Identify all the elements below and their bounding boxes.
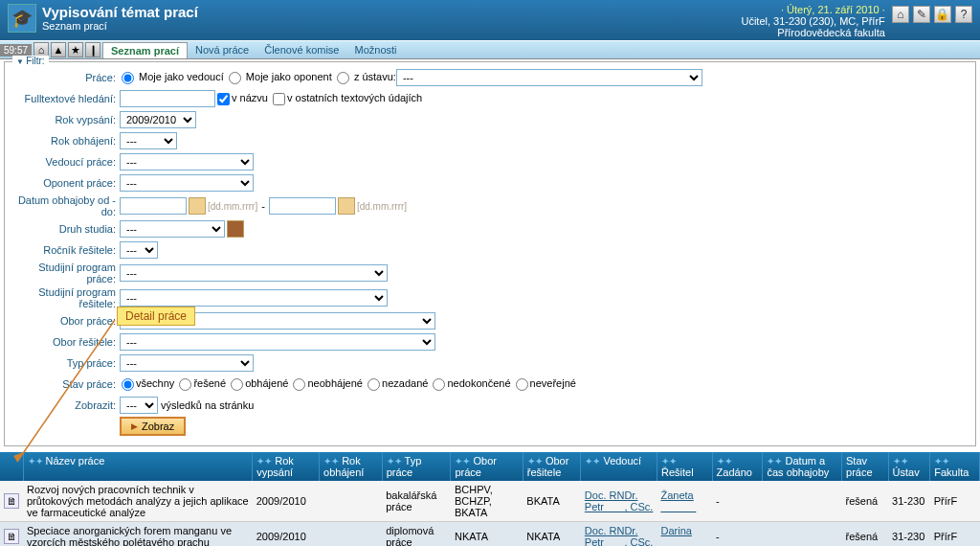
current-date: · Úterý, 21. září 2010 · bbox=[741, 4, 884, 15]
cell-obor-resitele: NKATA bbox=[523, 522, 581, 547]
calendar-do-icon[interactable] bbox=[338, 197, 355, 215]
cell-datum bbox=[763, 522, 842, 547]
radio-moje-vedouci[interactable]: Moje jako vedoucí bbox=[120, 71, 224, 84]
label-druh-studia: Druh studia: bbox=[11, 223, 120, 235]
select-obor-resitele[interactable]: --- bbox=[120, 333, 435, 351]
zobrazit-suffix: výsledků na stránku bbox=[161, 399, 254, 411]
label-obor-prace: Obor práce: bbox=[11, 315, 120, 327]
cell-rok-vypsani: 2009/2010 bbox=[253, 481, 320, 522]
cell-nazev: Speciace anorganických forem manganu ve … bbox=[23, 522, 253, 547]
druh-studia-extra-icon[interactable] bbox=[227, 220, 244, 238]
app-header: 🎓 Vypisování témat prací Seznam prací · … bbox=[0, 0, 980, 40]
label-st-program-prace: Studijní program práce: bbox=[11, 262, 120, 284]
tab-clenove-komise[interactable]: Členové komise bbox=[256, 42, 346, 57]
input-fulltext[interactable] bbox=[120, 90, 215, 107]
select-typ-prace[interactable]: --- bbox=[120, 354, 254, 372]
col-obor-resitele: ✦✦ Obor řešitele bbox=[523, 452, 581, 481]
radio-z-ustavu[interactable]: z ústavu: bbox=[335, 71, 396, 84]
tab-moznosti[interactable]: Možnosti bbox=[346, 42, 404, 57]
select-zobrazit[interactable]: --- bbox=[120, 397, 158, 414]
col-stav: Stav práce bbox=[842, 452, 889, 481]
col-rok-obhajeni: ✦✦ Rok obhájení bbox=[320, 452, 383, 481]
tab-nova-prace[interactable]: Nová práce bbox=[188, 42, 256, 57]
select-oponent[interactable]: --- bbox=[120, 174, 254, 192]
col-ustav: ✦✦ Ústav bbox=[888, 452, 930, 481]
cell-fakulta: PřírF bbox=[930, 522, 980, 547]
col-obor-prace: ✦✦ Obor práce bbox=[451, 452, 523, 481]
tools-icon[interactable]: ✎ bbox=[913, 6, 930, 23]
radio-resene[interactable]: řešené bbox=[177, 377, 226, 391]
detail-icon[interactable]: 🗎 bbox=[4, 529, 19, 544]
radio-nezadane[interactable]: nezadané bbox=[366, 377, 428, 391]
hint-do: [dd.mm.rrrr] bbox=[357, 201, 407, 212]
label-fulltext: Fulltextové hledání: bbox=[11, 93, 120, 104]
cell-typ: bakalářská práce bbox=[382, 481, 451, 522]
label-obor-resitele: Obor řešitele: bbox=[11, 336, 120, 348]
cell-nazev: Rozvoj nových pracovních technik v průto… bbox=[23, 481, 253, 522]
radio-neverejne[interactable]: neveřejné bbox=[514, 377, 576, 391]
label-datum-obhajoby: Datum obhajoby od - do: bbox=[11, 194, 120, 217]
select-rok-vypsani[interactable]: 2009/2010 bbox=[120, 111, 196, 128]
calendar-od-icon[interactable] bbox=[189, 197, 206, 215]
label-vedouci: Vedoucí práce: bbox=[11, 156, 120, 168]
main-toolbar: 59:57 ⌂ ▲ ★ ❙ Seznam prací Nová práce Čl… bbox=[0, 40, 980, 59]
select-rocnik[interactable]: --- bbox=[120, 241, 158, 259]
session-timer: 59:57 bbox=[0, 44, 32, 57]
label-rok-vypsani: Rok vypsání: bbox=[11, 114, 120, 125]
label-stav-prace: Stav práce: bbox=[11, 378, 120, 390]
select-rok-obhajeni[interactable]: --- bbox=[120, 132, 177, 149]
radio-obhajene[interactable]: obhájené bbox=[229, 377, 288, 391]
filter-legend[interactable]: Filtr: bbox=[12, 56, 49, 66]
tab-seznam-praci[interactable]: Seznam prací bbox=[102, 42, 188, 58]
radio-neobhajene[interactable]: neobhájené bbox=[291, 377, 363, 391]
radio-vsechny[interactable]: všechny bbox=[120, 377, 174, 391]
col-rok-vypsani: ✦✦ Rok vypsání bbox=[253, 452, 320, 481]
cell-zadano: - bbox=[712, 522, 763, 547]
results-table: ✦✦ Název práce ✦✦ Rok vypsání ✦✦ Rok obh… bbox=[0, 452, 980, 546]
cell-obor-resitele: BKATA bbox=[523, 481, 581, 522]
col-nazev: ✦✦ Název práce bbox=[23, 452, 253, 481]
select-st-program-prace[interactable]: --- bbox=[120, 264, 388, 282]
select-druh-studia[interactable]: --- bbox=[120, 220, 225, 238]
input-datum-od[interactable] bbox=[120, 197, 187, 215]
cell-rok-vypsani: 2009/2010 bbox=[253, 522, 320, 547]
cell-ustav: 31-230 bbox=[888, 522, 930, 547]
col-vedouci: ✦✦ Vedoucí bbox=[581, 452, 657, 481]
cell-resitel: Darina ______ bbox=[657, 522, 712, 547]
cell-resitel: Žaneta ______ bbox=[657, 481, 712, 522]
help-icon[interactable]: ? bbox=[955, 6, 972, 23]
user-info: Učitel, 31-230 (230), MC, PřírF bbox=[741, 15, 884, 27]
app-logo-icon: 🎓 bbox=[8, 4, 36, 33]
col-zadano: ✦✦ Zadáno bbox=[712, 452, 763, 481]
radio-moje-oponent[interactable]: Moje jako oponent bbox=[227, 71, 332, 84]
toolbar-up-icon[interactable]: ▲ bbox=[51, 42, 66, 57]
cell-stav: řešená bbox=[842, 522, 889, 547]
cell-typ: diplomová práce bbox=[382, 522, 451, 547]
select-ustav[interactable]: --- bbox=[396, 69, 702, 86]
cell-datum bbox=[763, 481, 842, 522]
detail-icon[interactable]: 🗎 bbox=[4, 493, 19, 509]
cell-vedouci: Doc. RNDr. Petr ___, CSc. bbox=[581, 522, 657, 547]
col-fakulta: ✦✦ Fakulta bbox=[930, 452, 980, 481]
page-subtitle: Seznam prací bbox=[42, 20, 741, 32]
home-icon[interactable]: ⌂ bbox=[892, 6, 909, 23]
cell-obor-prace: BCHPV, BCHZP, BKATA bbox=[451, 481, 523, 522]
label-st-program-resitele: Studijní program řešitele: bbox=[11, 286, 120, 309]
select-st-program-resitele[interactable]: --- bbox=[120, 289, 388, 307]
toolbar-bookmark-icon[interactable]: ❙ bbox=[85, 42, 100, 57]
hint-od: [dd.mm.rrrr] bbox=[208, 201, 257, 212]
label-prace: Práce: bbox=[11, 72, 120, 83]
toolbar-star-icon[interactable]: ★ bbox=[68, 42, 83, 57]
label-zobrazit: Zobrazit: bbox=[11, 399, 120, 411]
check-v-nazvu[interactable]: v názvu bbox=[215, 92, 268, 105]
faculty-name: Přírodovědecká fakulta bbox=[741, 27, 884, 38]
input-datum-do[interactable] bbox=[269, 197, 336, 215]
label-rok-obhajeni: Rok obhájení: bbox=[11, 135, 120, 147]
radio-nedokoncene[interactable]: nedokončené bbox=[431, 377, 510, 391]
lock-icon[interactable]: 🔒 bbox=[934, 6, 951, 23]
select-vedouci[interactable]: --- bbox=[120, 153, 254, 171]
zobraz-button[interactable]: Zobraz bbox=[120, 417, 186, 436]
col-datum: ✦✦ Datum a čas obhajoby bbox=[763, 452, 842, 481]
filter-panel: Filtr: Práce: Moje jako vedoucí Moje jak… bbox=[4, 61, 976, 446]
check-v-ostatnich[interactable]: v ostatních textových údajích bbox=[271, 92, 422, 105]
